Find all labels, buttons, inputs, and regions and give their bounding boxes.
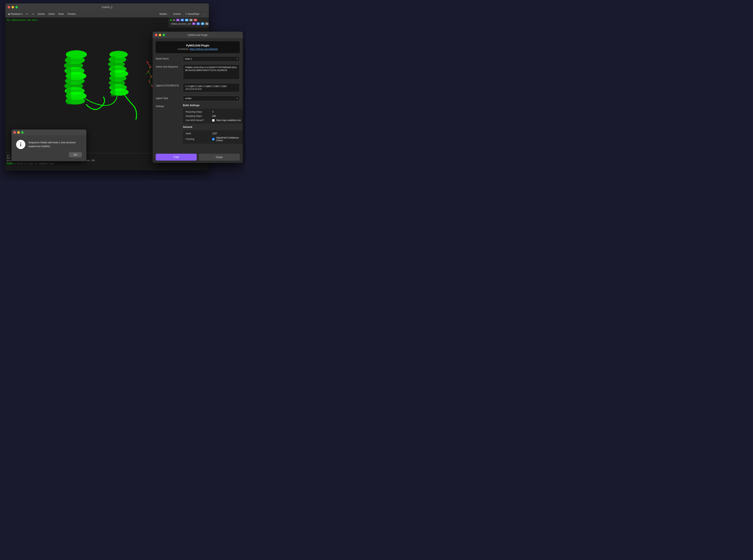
seed-value: 1337: [212, 132, 217, 135]
amino-acid-textarea[interactable]: FVNQHLCGSHLVEALYLVCGERGFFYTPKTRREAEDLQGS…: [183, 64, 240, 80]
badge-h-all[interactable]: H: [185, 19, 188, 21]
seed-row: Seed 1337: [186, 132, 241, 135]
model-name-label: Model Name: [156, 56, 181, 60]
plugin-max-tl[interactable]: [162, 34, 165, 36]
residues-button[interactable]: ▶ Residues ▾: [7, 12, 24, 16]
ligand-type-row: Ligand Type smiles ccd: [156, 96, 240, 101]
maximize-button[interactable]: [15, 6, 18, 8]
dialog-close[interactable]: [14, 131, 16, 134]
sampling-steps-value: 200: [212, 115, 216, 117]
svg-point-31: [147, 61, 148, 63]
settings-content: Boltz Settings Recycling Steps 3 Samplin…: [183, 104, 243, 146]
object-all[interactable]: All A S H L C: [170, 19, 207, 21]
coloring-row: Coloring AlphaFold Confidence Colors: [186, 136, 241, 142]
scenes-button[interactable]: Scenes: [172, 12, 182, 16]
recycling-steps-label: Recycling Steps: [186, 111, 211, 113]
ok-button[interactable]: OK: [69, 152, 82, 157]
ligand-type-label: Ligand Type: [156, 96, 181, 100]
badge-a-folded[interactable]: A: [192, 22, 195, 25]
exclamation-icon: [18, 141, 24, 147]
plugin-header-title: PyMOLfold Plugin: [158, 44, 237, 47]
badge-l-folded[interactable]: L: [206, 22, 209, 25]
recycling-steps-value: 3: [212, 111, 213, 113]
badge-h-folded[interactable]: H: [201, 22, 204, 25]
badge-l-all[interactable]: L: [190, 19, 193, 21]
plugin-body: PyMOLfold Plugin Contribute: https://git…: [153, 38, 243, 152]
plugin-min-tl[interactable]: [159, 34, 161, 36]
boltz-title: Boltz Settings: [183, 104, 243, 107]
model-name-select[interactable]: boltz-1 esm alphafold: [183, 56, 240, 62]
badge-s-folded[interactable]: S: [196, 22, 200, 25]
use-msa-checkbox[interactable]: [212, 119, 215, 122]
dialog-minimize[interactable]: [17, 131, 20, 134]
ligand-textarea[interactable]: C([C@@H]1[C@H]([C@@H]([C@H]([C@H](O1)O)O…: [183, 83, 240, 93]
badge-c-all[interactable]: C: [194, 19, 197, 21]
zoom-button[interactable]: Zoom▾: [36, 12, 46, 16]
dialog-maximize[interactable]: [21, 131, 24, 134]
amino-acid-row: Amino Acid Sequence FVNQHLCGSHLVEALYLVCG…: [156, 64, 240, 80]
svg-rect-10: [66, 56, 71, 104]
badge-a-all[interactable]: A: [176, 19, 179, 21]
settings-section-row: Settings Boltz Settings Recycling Steps …: [156, 104, 240, 146]
presets-button[interactable]: Presets...: [66, 12, 79, 16]
toolbar-right: Builder... Scenes ✎ Draw/Ray▾ ···: [158, 12, 207, 16]
dialog-icon: [16, 140, 25, 149]
ligand-control[interactable]: C([C@@H]1[C@H]([C@@H]([C@H]([C@H](O1)O)O…: [183, 83, 240, 93]
use-msa-label: Use MSA Server?: [186, 119, 211, 122]
amino-acid-label: Amino Acid Sequence: [156, 64, 181, 68]
ligand-row: Ligand (CCD/SMILES) C([C@@H]1[C@H]([C@@H…: [156, 83, 240, 93]
plugin-window-title: PyMOLfold Plugin: [188, 34, 208, 37]
boltz-box: Recycling Steps 3 Sampling Steps 200 Use…: [183, 108, 243, 123]
object-folded[interactable]: folded_structure_cb3 A S H L C: [170, 22, 207, 25]
recycling-steps-row: Recycling Steps 3: [186, 111, 241, 113]
plugin-close-tl[interactable]: [155, 34, 157, 36]
pymol-titlebar: PyMOL (): [5, 3, 209, 11]
ligand-type-select[interactable]: smiles ccd: [183, 96, 240, 101]
edu-label: For Educational Use Only: [7, 19, 37, 21]
plugin-titlebar: PyMOLfold Plugin: [153, 32, 243, 38]
boltz-settings: Boltz Settings Recycling Steps 3 Samplin…: [183, 104, 243, 123]
alert-dialog: Sequence folded with boltz-1 and structu…: [12, 129, 86, 161]
redo-button[interactable]: ↪: [30, 12, 35, 16]
close-button[interactable]: Close: [199, 154, 240, 161]
general-settings: General Seed 1337 Coloring AlphaFold Con…: [183, 125, 243, 144]
contribute-prefix: Contribute:: [178, 48, 189, 51]
more-button[interactable]: ···: [202, 12, 207, 16]
use-msa-row: Use MSA Server? https://api.colabfold.co…: [186, 119, 241, 122]
settings-label: Settings: [156, 104, 181, 107]
undo-button[interactable]: ↩: [24, 12, 30, 16]
close-button[interactable]: [8, 6, 10, 8]
console-prompt: PyMOL >: [7, 162, 16, 165]
coloring-text: AlphaFold Confidence Colors: [216, 136, 241, 142]
amino-acid-control[interactable]: FVNQHLCGSHLVEALYLVCGERGFFYTPKTRREAEDLQGS…: [183, 64, 240, 80]
plugin-footer: Fold Close: [153, 152, 243, 163]
coloring-checkbox[interactable]: [212, 138, 215, 140]
rock-button[interactable]: Rock: [57, 12, 65, 16]
coloring-label: Coloring: [186, 138, 211, 140]
msa-url: https://api.colabfold.com: [216, 119, 241, 122]
dialog-message: Sequence folded with boltz-1 and structu…: [28, 140, 76, 148]
all-label: All: [173, 19, 175, 21]
all-dot: [170, 19, 172, 21]
github-link[interactable]: https://github.com/colbyford: [190, 48, 218, 51]
minimize-button[interactable]: [12, 6, 14, 8]
seed-label: Seed: [186, 132, 211, 135]
ligand-label: Ligand (CCD/SMILES): [156, 83, 181, 87]
svg-point-35: [20, 142, 21, 143]
svg-line-32: [146, 72, 148, 75]
builder-button[interactable]: Builder...: [158, 12, 170, 16]
orient-button[interactable]: Orient: [47, 12, 56, 16]
fold-button[interactable]: Fold: [156, 154, 197, 161]
plugin-header-link: Contribute: https://github.com/colbyford: [158, 48, 237, 51]
plugin-traffic-lights: [155, 34, 165, 36]
dialog-titlebar: [12, 129, 86, 135]
model-name-control[interactable]: boltz-1 esm alphafold: [183, 56, 240, 62]
dialog-traffic-lights: [14, 131, 24, 134]
plugin-header: PyMOLfold Plugin Contribute: https://git…: [156, 41, 240, 53]
pymol-window-title: PyMOL (): [102, 6, 112, 8]
dialog-content: Sequence folded with boltz-1 and structu…: [16, 140, 82, 149]
badge-s-all[interactable]: S: [181, 19, 184, 21]
draw-ray-button[interactable]: ✎ Draw/Ray▾: [184, 12, 201, 16]
sampling-steps-label: Sampling Steps: [186, 115, 211, 117]
ligand-type-control[interactable]: smiles ccd: [183, 96, 240, 101]
